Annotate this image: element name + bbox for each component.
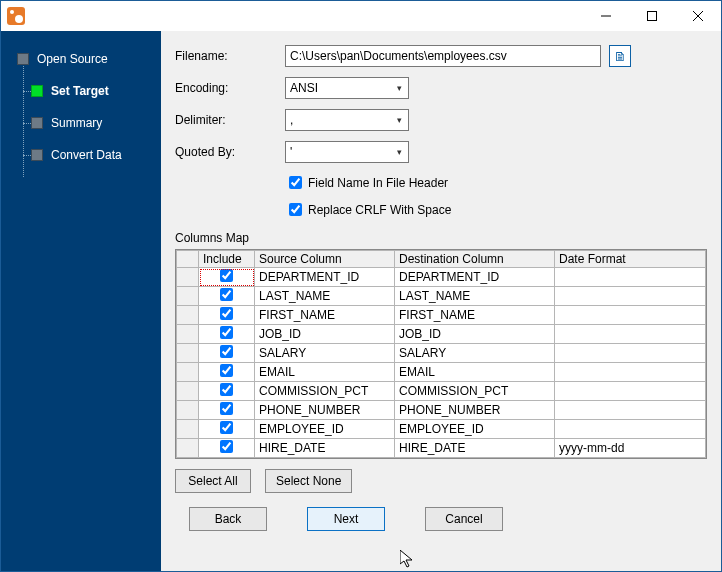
include-checkbox[interactable] <box>220 440 233 453</box>
date-format-cell[interactable] <box>555 382 706 401</box>
table-row[interactable]: FIRST_NAMEFIRST_NAME <box>177 306 706 325</box>
source-cell[interactable]: HIRE_DATE <box>255 439 395 458</box>
include-checkbox[interactable] <box>220 364 233 377</box>
include-checkbox[interactable] <box>220 269 233 282</box>
destination-cell[interactable]: COMMISSION_PCT <box>395 382 555 401</box>
include-checkbox[interactable] <box>220 288 233 301</box>
destination-cell[interactable]: HIRE_DATE <box>395 439 555 458</box>
include-cell[interactable] <box>199 458 255 460</box>
date-format-cell[interactable]: yyyy-mm-dd <box>555 439 706 458</box>
table-row[interactable]: JOB_IDJOB_ID <box>177 325 706 344</box>
filename-input[interactable] <box>285 45 601 67</box>
source-cell[interactable]: LAST_NAME <box>255 287 395 306</box>
source-cell[interactable]: FIRST_NAME <box>255 306 395 325</box>
date-format-cell[interactable] <box>555 420 706 439</box>
row-header-cell[interactable] <box>177 401 199 420</box>
table-row[interactable]: EMPLOYEE_IDEMPLOYEE_ID <box>177 420 706 439</box>
select-all-button[interactable]: Select All <box>175 469 251 493</box>
encoding-select[interactable]: ANSI ▾ <box>285 77 409 99</box>
include-cell[interactable] <box>199 363 255 382</box>
source-cell[interactable]: COMMISSION_PCT <box>255 382 395 401</box>
row-header-cell[interactable] <box>177 382 199 401</box>
include-cell[interactable] <box>199 325 255 344</box>
browse-file-button[interactable]: 🗎 <box>609 45 631 67</box>
date-format-cell[interactable] <box>555 306 706 325</box>
destination-cell[interactable]: EMPLOYEE_ID <box>395 420 555 439</box>
destination-cell[interactable]: DEPARTMENT_ID <box>395 268 555 287</box>
minimize-button[interactable] <box>583 1 629 31</box>
step-open-source[interactable]: Open Source <box>1 43 161 75</box>
source-cell[interactable]: EMPLOYEE_ID <box>255 420 395 439</box>
source-cell[interactable]: JOB_ID <box>255 325 395 344</box>
row-header-cell[interactable] <box>177 458 199 460</box>
source-cell[interactable]: DEPARTMENT_ID <box>255 268 395 287</box>
step-convert-data[interactable]: Convert Data <box>1 139 161 171</box>
source-cell[interactable]: MANAGER_ID <box>255 458 395 460</box>
row-header-cell[interactable] <box>177 420 199 439</box>
include-cell[interactable] <box>199 306 255 325</box>
row-header-cell[interactable] <box>177 439 199 458</box>
date-format-cell[interactable] <box>555 268 706 287</box>
include-cell[interactable] <box>199 268 255 287</box>
step-summary[interactable]: Summary <box>1 107 161 139</box>
table-row[interactable]: SALARYSALARY <box>177 344 706 363</box>
include-cell[interactable] <box>199 287 255 306</box>
include-cell[interactable] <box>199 439 255 458</box>
date-format-cell[interactable] <box>555 458 706 460</box>
maximize-button[interactable] <box>629 1 675 31</box>
destination-column-header[interactable]: Destination Column <box>395 251 555 268</box>
delimiter-select[interactable]: , ▾ <box>285 109 409 131</box>
date-format-cell[interactable] <box>555 401 706 420</box>
source-cell[interactable]: SALARY <box>255 344 395 363</box>
back-button[interactable]: Back <box>189 507 267 531</box>
include-cell[interactable] <box>199 401 255 420</box>
date-format-cell[interactable] <box>555 363 706 382</box>
row-header-cell[interactable] <box>177 325 199 344</box>
row-header-cell[interactable] <box>177 287 199 306</box>
include-cell[interactable] <box>199 420 255 439</box>
include-cell[interactable] <box>199 344 255 363</box>
replace-crlf-checkbox[interactable] <box>289 203 302 216</box>
row-header-cell[interactable] <box>177 344 199 363</box>
quoted-by-select[interactable]: ' ▾ <box>285 141 409 163</box>
date-format-cell[interactable] <box>555 287 706 306</box>
include-cell[interactable] <box>199 382 255 401</box>
row-header-cell[interactable] <box>177 268 199 287</box>
step-set-target[interactable]: Set Target <box>1 75 161 107</box>
select-none-button[interactable]: Select None <box>265 469 352 493</box>
include-checkbox[interactable] <box>220 402 233 415</box>
include-checkbox[interactable] <box>220 383 233 396</box>
destination-cell[interactable]: EMAIL <box>395 363 555 382</box>
row-header-cell[interactable] <box>177 363 199 382</box>
row-header-column <box>177 251 199 268</box>
table-row[interactable]: EMAILEMAIL <box>177 363 706 382</box>
date-format-column-header[interactable]: Date Format <box>555 251 706 268</box>
table-row[interactable]: PHONE_NUMBERPHONE_NUMBER <box>177 401 706 420</box>
destination-cell[interactable]: FIRST_NAME <box>395 306 555 325</box>
table-row[interactable]: DEPARTMENT_IDDEPARTMENT_ID <box>177 268 706 287</box>
table-row[interactable]: COMMISSION_PCTCOMMISSION_PCT <box>177 382 706 401</box>
date-format-cell[interactable] <box>555 325 706 344</box>
date-format-cell[interactable] <box>555 344 706 363</box>
table-row[interactable]: HIRE_DATEHIRE_DATEyyyy-mm-dd <box>177 439 706 458</box>
table-row[interactable]: LAST_NAMELAST_NAME <box>177 287 706 306</box>
include-checkbox[interactable] <box>220 421 233 434</box>
include-checkbox[interactable] <box>220 326 233 339</box>
destination-cell[interactable]: MANAGER_ID <box>395 458 555 460</box>
include-checkbox[interactable] <box>220 307 233 320</box>
cancel-button[interactable]: Cancel <box>425 507 503 531</box>
source-cell[interactable]: EMAIL <box>255 363 395 382</box>
next-button[interactable]: Next <box>307 507 385 531</box>
destination-cell[interactable]: PHONE_NUMBER <box>395 401 555 420</box>
row-header-cell[interactable] <box>177 306 199 325</box>
source-cell[interactable]: PHONE_NUMBER <box>255 401 395 420</box>
source-column-header[interactable]: Source Column <box>255 251 395 268</box>
destination-cell[interactable]: SALARY <box>395 344 555 363</box>
destination-cell[interactable]: LAST_NAME <box>395 287 555 306</box>
close-button[interactable] <box>675 1 721 31</box>
destination-cell[interactable]: JOB_ID <box>395 325 555 344</box>
table-row[interactable]: MANAGER_IDMANAGER_ID <box>177 458 706 460</box>
include-checkbox[interactable] <box>220 345 233 358</box>
include-column-header[interactable]: Include <box>199 251 255 268</box>
field-name-header-checkbox[interactable] <box>289 176 302 189</box>
